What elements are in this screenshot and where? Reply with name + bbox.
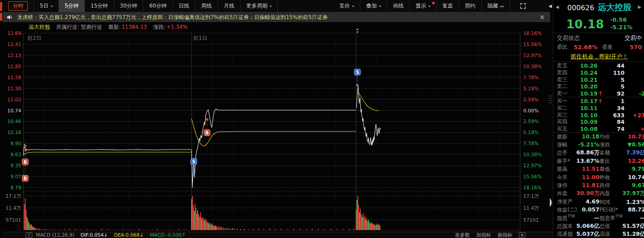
tool-button-显示[interactable]: 显示▾ [410,0,437,12]
period-tab-月线[interactable]: 月线 [218,0,241,12]
svg-text:12.97%: 12.97% [523,53,542,58]
stat-label: 内盘 [599,190,610,197]
svg-text:前2日: 前2日 [27,35,42,41]
tool-button-叠加[interactable]: 叠加▾ [360,0,387,12]
switch-indicator-button[interactable]: 换指标 [498,232,512,238]
ask-row[interactable]: 卖三10.215 [553,76,644,83]
stat-value: 5.066亿 [573,223,599,230]
sell-marker[interactable]: S [354,69,360,75]
tool-button-简约[interactable]: 简约 [459,0,482,12]
bid-row[interactable]: 买一10.17↑1 [553,97,644,104]
stat-value: 13.67% [570,157,599,164]
period-tab-5分钟[interactable]: 5分钟 [59,0,85,12]
stat-value: 5.037亿 [573,230,599,238]
chart-canvas[interactable]: 12.6918.16%12.4115.56%12.1312.97%11.8510… [3,27,553,232]
price-row: 10.18 -0.56-5.21% [553,15,644,33]
alert-close-icon[interactable]: × [539,14,545,21]
tool-button-竞价[interactable]: 竞价▾ [334,0,360,12]
stat-label: PE(动)* [599,206,618,214]
stat-value: 1.23% [611,199,644,205]
svg-text:11.4万: 11.4万 [523,205,539,211]
svg-text:10.46: 10.46 [8,119,22,124]
stat-label: 均价 [599,133,610,141]
intraday-chart[interactable]: 12.6918.16%12.4115.56%12.1312.97%11.8510… [3,27,553,232]
period-tab-更多周期[interactable]: 更多周期▾ [241,0,278,12]
period-tab-15分钟[interactable]: 15分钟 [85,0,114,12]
ask-row[interactable]: 卖四10.24110 [553,69,644,76]
macd-help-icon[interactable]: ? [26,232,32,238]
svg-text:12.97%: 12.97% [523,163,542,169]
period-tab-60分钟[interactable]: 60分钟 [143,0,172,12]
buy-marker[interactable]: B [204,130,210,136]
stat-label: 昨收 [599,174,610,181]
stat-row: 最高11.51最低9.79 [553,165,644,173]
change-params-button[interactable]: 改参数 [455,232,470,238]
next-stock-arrow[interactable]: ▶ [638,4,641,9]
stat-label: 净资产 [557,198,573,206]
stat-label: 总股本 [557,223,573,230]
bid-row[interactable]: 买三10.10633+271 [553,111,644,119]
period-tab-日线[interactable]: 日线 [173,0,196,12]
weibi-value: 52.68% [574,44,598,50]
stat-label: 总值 [599,223,610,230]
stat-label: 跌停 [599,182,610,189]
sell-marker[interactable]: S [191,158,197,165]
fullscreen-icon[interactable] [510,0,535,12]
industry-info-bar: 远大控股 所属行业: 贸易行业 最新: 11384.13 涨跌: +1.34% [3,23,550,31]
svg-text:9.07: 9.07 [11,174,22,180]
stat-row: 外盘30.90万内盘37.97万 [553,190,644,198]
period-tab-周线[interactable]: 周线 [196,0,218,12]
svg-text:7.78%: 7.78% [523,75,539,81]
stat-value: 51.57亿 [610,223,644,230]
info-industry-link[interactable]: 所属行业: 贸易行业 [56,23,102,31]
speaker-icon [7,15,13,20]
edge-marker-top [0,2,2,11]
svg-text:S: S [192,159,195,164]
alert-text: 龙虎榜：买入总额1.279亿元，卖出总额7757万元，上榜原因：日涨幅偏离值达到… [17,14,328,21]
bid-row[interactable]: 买四10.0984 [553,118,644,125]
stat-label: 流通股 [557,230,573,238]
dragon-tiger-alert-bar: 龙虎榜：买入总额1.279亿元，卖出总额7757万元，上榜原因：日涨幅偏离值达到… [3,12,550,22]
bid-row[interactable]: 买二10.1134 [553,104,644,111]
stats-grid: 最新10.18均价10.73涨幅-5.21%涨跌▼0.56总手68.86万金额7… [553,133,644,238]
stat-value: 10.73 [610,133,644,140]
add-indicator-button[interactable]: 加指标 [476,232,491,238]
svg-text:5.19%: 5.19% [523,86,539,92]
prev-stock-arrow[interactable]: ◀ [556,4,559,9]
panel-collapse-arrow[interactable]: ◀ [548,4,552,8]
stat-value: 10.74 [610,174,644,180]
tool-group: 竞价▾叠加▾画线显示▾复盘简约隐藏▸▸ [334,0,510,12]
tool-button-画线[interactable]: 画线 [387,0,410,12]
buy-marker[interactable]: B [22,159,28,165]
ask-row[interactable]: 卖二10.205 [553,83,644,90]
period-tab-5日[interactable]: 5日▾ [34,0,59,12]
stat-label: 股息率TTM [599,215,623,222]
stat-row: 涨幅-5.21%涨跌▼0.56 [553,141,644,149]
ask-row[interactable]: 卖五10.2644 [553,62,644,69]
stat-row: 今开11.00昨收10.74 [553,173,644,181]
svg-text:7.78%: 7.78% [523,141,539,146]
buy-marker[interactable]: B [22,175,28,181]
stat-row: 换手*13.67%量比12.26 [553,157,644,165]
macd-actions: 改参数 加指标 换指标 × [455,232,548,238]
svg-text:11.4万: 11.4万 [6,205,22,211]
svg-text:15.56%: 15.56% [523,42,542,47]
info-change-label: 涨跌: [153,23,165,31]
info-latest-value: 11384.13 [122,24,147,30]
stat-label: 外盘 [557,190,567,197]
period-group: 分时5日▾5分钟15分钟30分钟60分钟日线周线月线更多周期▾ [3,0,278,12]
svg-text:9.35: 9.35 [11,163,22,169]
period-tab-30分钟[interactable]: 30分钟 [114,0,143,12]
open-account-banner[interactable]: 抓住机会，即刻开户！ [553,52,644,62]
svg-text:2.59%: 2.59% [523,119,539,124]
ask-row[interactable]: 卖一10.19↑92-26 [553,90,644,97]
tool-button-复盘[interactable]: 复盘 [437,0,459,12]
toolbar-spacer [278,0,334,12]
macd-dea-value: DEA:0.068↓ [114,232,144,238]
macd-close-icon[interactable]: × [519,232,525,238]
bid-row[interactable]: 买五10.0874+1 [553,125,644,132]
stat-value: 0.057 [577,206,599,213]
period-tab-分时[interactable]: 分时 [3,0,34,12]
stat-label: 今开 [557,174,567,181]
tool-button-隐藏[interactable]: 隐藏▸▸ [482,0,510,12]
